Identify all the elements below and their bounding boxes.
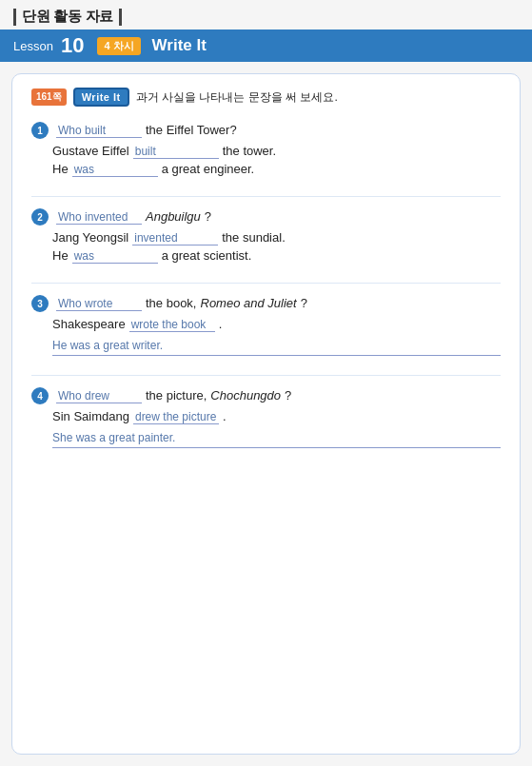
q4-text1b: ? bbox=[285, 388, 291, 403]
q1-prefix2: Gustave Eiffel bbox=[52, 144, 129, 158]
lesson-number: 10 bbox=[61, 35, 84, 56]
divider-3 bbox=[31, 375, 501, 376]
q1-blank3[interactable]: was bbox=[72, 163, 158, 177]
lesson-write-it-label: Write It bbox=[152, 36, 207, 55]
instruction-badge: 161쪽 bbox=[31, 88, 67, 106]
q4-blank1[interactable]: Who drew bbox=[56, 389, 142, 403]
content-card: 161쪽 Write It 과거 사실을 나타내는 문장을 써 보세요. 1 W… bbox=[11, 73, 521, 755]
q4-row2: Sin Saimdang drew the picture . bbox=[52, 409, 501, 424]
instruction-text: 과거 사실을 나타내는 문장을 써 보세요. bbox=[136, 89, 338, 106]
q2-row2: Jang Yeongsil invented the sundial. bbox=[52, 230, 501, 246]
question-row-2-1: 2 Who invented Angbuilgu? bbox=[31, 208, 501, 226]
top-bar-title: 단원 활동 자료 bbox=[22, 8, 113, 26]
instruction-row: 161쪽 Write It 과거 사실을 나타내는 문장을 써 보세요. bbox=[31, 88, 501, 107]
lesson-badge-text: 4 차시 bbox=[104, 40, 133, 51]
page-wrapper: 단원 활동 자료 Lesson 10 4 차시 Write It 161쪽 Wr… bbox=[0, 0, 532, 766]
q-number-4: 4 bbox=[31, 387, 49, 404]
q4-row3: She was a great painter. bbox=[52, 427, 501, 448]
top-bar: 단원 활동 자료 bbox=[0, 0, 532, 29]
divider-2 bbox=[31, 283, 501, 284]
q2-blank2[interactable]: invented bbox=[132, 231, 218, 246]
q1-row2: Gustave Eiffel built the tower. bbox=[52, 144, 501, 159]
q-number-3: 3 bbox=[31, 295, 49, 312]
q3-blank1[interactable]: Who wrote bbox=[56, 297, 142, 311]
q4-blank2[interactable]: drew the picture bbox=[133, 410, 219, 424]
q1-text3: a great engineer. bbox=[162, 162, 255, 176]
lesson-badge: 4 차시 bbox=[97, 37, 140, 55]
write-it-tag: Write It bbox=[73, 88, 129, 107]
q2-text2: the sundial. bbox=[222, 230, 286, 245]
lesson-header: Lesson 10 4 차시 Write It bbox=[0, 29, 532, 62]
divider-1 bbox=[31, 196, 501, 197]
q1-text1: the Eiffel Tower? bbox=[146, 123, 237, 137]
q3-blank2[interactable]: wrote the book bbox=[129, 318, 215, 332]
q3-title1: Romeo and Juliet bbox=[201, 296, 297, 310]
q2-prefix2: Jang Yeongsil bbox=[52, 230, 128, 245]
q1-prefix3: He bbox=[52, 162, 69, 176]
q2-text3: a great scientist. bbox=[162, 248, 252, 263]
question-row-3-1: 3 Who wrote the book, Romeo and Juliet? bbox=[31, 295, 501, 312]
q3-text1b: ? bbox=[301, 296, 307, 310]
q2-text1: Angbuilgu bbox=[146, 209, 201, 224]
question-row-1-1: 1 Who built the Eiffel Tower? bbox=[31, 122, 501, 139]
q3-text1a: the book, bbox=[146, 296, 197, 310]
q4-full-line[interactable]: She was a great painter. bbox=[52, 431, 501, 448]
q1-blank1[interactable]: Who built bbox=[56, 124, 142, 138]
q2-blank1[interactable]: Who invented bbox=[56, 210, 142, 225]
q2-blank3[interactable]: was bbox=[72, 249, 158, 264]
q1-row3: He was a great engineer. bbox=[52, 162, 501, 177]
q2-text1b: ? bbox=[205, 209, 211, 224]
question-block-3: 3 Who wrote the book, Romeo and Juliet? … bbox=[31, 295, 501, 356]
q3-row3: He was a great writer. bbox=[52, 335, 501, 356]
q4-title1: Chochungdo bbox=[210, 388, 281, 403]
question-block-4: 4 Who drew the picture, Chochungdo? Sin … bbox=[31, 387, 501, 448]
q-number-1: 1 bbox=[31, 122, 49, 139]
top-bar-divider-right bbox=[119, 9, 122, 26]
q4-text2: . bbox=[223, 409, 227, 423]
q3-row2: Shakespeare wrote the book . bbox=[52, 317, 501, 332]
q4-prefix2: Sin Saimdang bbox=[52, 409, 129, 423]
q3-text2: . bbox=[219, 317, 223, 331]
lesson-label: Lesson bbox=[13, 39, 53, 53]
question-block-2: 2 Who invented Angbuilgu? Jang Yeongsil … bbox=[31, 208, 501, 264]
q1-blank2[interactable]: built bbox=[133, 145, 219, 159]
question-row-4-1: 4 Who drew the picture, Chochungdo? bbox=[31, 387, 501, 404]
q3-full-line[interactable]: He was a great writer. bbox=[52, 339, 501, 356]
q1-text2: the tower. bbox=[223, 144, 276, 158]
q3-prefix2: Shakespeare bbox=[52, 317, 126, 331]
question-block-1: 1 Who built the Eiffel Tower? Gustave Ei… bbox=[31, 122, 501, 177]
q2-prefix3: He bbox=[52, 248, 69, 263]
q2-row3: He was a great scientist. bbox=[52, 248, 501, 264]
q4-text1a: the picture, bbox=[146, 388, 207, 403]
top-bar-divider-left bbox=[13, 9, 16, 26]
q-number-2: 2 bbox=[31, 208, 49, 226]
